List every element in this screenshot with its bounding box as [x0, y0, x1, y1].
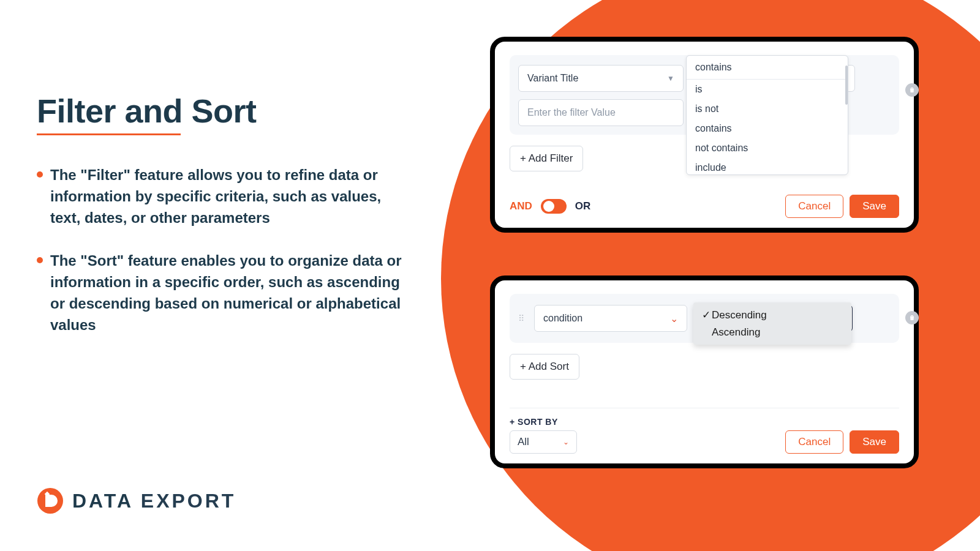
dropdown-item-label: Ascending: [712, 326, 760, 339]
title-underline: [37, 133, 181, 135]
bullet-item: The "Filter" feature allows you to refin…: [37, 165, 410, 228]
brand-icon: [37, 487, 64, 514]
logic-or-label: OR: [575, 200, 591, 212]
dropdown-item[interactable]: contains: [687, 119, 848, 138]
dropdown-item[interactable]: is: [687, 80, 848, 99]
sort-field-select[interactable]: condition ⌄: [534, 305, 687, 332]
drag-handle-icon[interactable]: ⠿: [518, 313, 524, 323]
sort-panel: ⠿ condition ⌄ Descending ⌄ ✓ Descending: [490, 276, 919, 468]
sort-direction-dropdown[interactable]: ✓ Descending Ascending: [693, 302, 851, 345]
bullet-dot-icon: [37, 171, 43, 178]
dropdown-item[interactable]: Ascending: [693, 324, 851, 341]
bullet-text: The "Filter" feature allows you to refin…: [50, 165, 410, 228]
delete-filter-button[interactable]: [905, 83, 919, 97]
dropdown-item[interactable]: not contains: [687, 138, 848, 158]
filter-value-placeholder: Enter the filter Value: [527, 107, 616, 118]
logic-and-label: AND: [510, 200, 532, 212]
filter-operator-dropdown[interactable]: contains is is not contains not contains…: [686, 55, 848, 175]
add-filter-button[interactable]: + Add Filter: [510, 146, 583, 171]
bullet-item: The "Sort" feature enables you to organi…: [37, 250, 410, 335]
bullet-dot-icon: [37, 257, 43, 263]
cancel-button[interactable]: Cancel: [785, 195, 843, 218]
sort-by-label: + SORT BY: [510, 417, 577, 427]
sort-by-select[interactable]: All ⌄: [510, 430, 577, 454]
bullet-text: The "Sort" feature enables you to organi…: [50, 250, 410, 335]
filter-logic-switch: AND OR: [510, 199, 590, 214]
sort-field-block: ⠿ condition ⌄ Descending ⌄ ✓ Descending: [510, 294, 899, 343]
filter-field-block: Variant Title ▼ contains ▼ Enter the fil…: [510, 55, 899, 135]
dropdown-item[interactable]: is not: [687, 99, 848, 119]
filter-field-select-value: Variant Title: [527, 73, 578, 84]
delete-sort-button[interactable]: [905, 311, 919, 324]
dropdown-item-label: Descending: [712, 309, 767, 321]
brand-text: DATA EXPORT: [72, 490, 236, 512]
dropdown-item[interactable]: include: [687, 158, 848, 171]
filter-value-input[interactable]: Enter the filter Value: [518, 99, 684, 126]
sort-field-select-value: condition: [543, 313, 582, 324]
caret-down-icon: ▼: [667, 74, 674, 83]
chevron-down-icon: ⌄: [670, 313, 678, 324]
brand-logo: DATA EXPORT: [37, 487, 236, 514]
sort-by-select-value: All: [518, 436, 529, 448]
cancel-button[interactable]: Cancel: [785, 430, 843, 454]
add-sort-button[interactable]: + Add Sort: [510, 354, 579, 380]
brand-text-export: EXPORT: [141, 490, 236, 512]
filter-panel: Variant Title ▼ contains ▼ Enter the fil…: [490, 37, 919, 233]
brand-text-data: DATA: [72, 490, 133, 512]
save-button[interactable]: Save: [850, 430, 899, 454]
page-title: Filter and Sort: [37, 92, 410, 130]
trash-icon: [908, 314, 916, 321]
check-icon: ✓: [702, 309, 712, 321]
trash-icon: [908, 86, 916, 94]
and-or-toggle[interactable]: [541, 199, 567, 214]
filter-field-select[interactable]: Variant Title ▼: [518, 65, 684, 92]
save-button[interactable]: Save: [850, 195, 899, 218]
dropdown-header: contains: [687, 56, 848, 80]
toggle-knob: [543, 201, 554, 212]
dropdown-item[interactable]: ✓ Descending: [693, 306, 851, 324]
chevron-down-icon: ⌄: [563, 438, 569, 446]
